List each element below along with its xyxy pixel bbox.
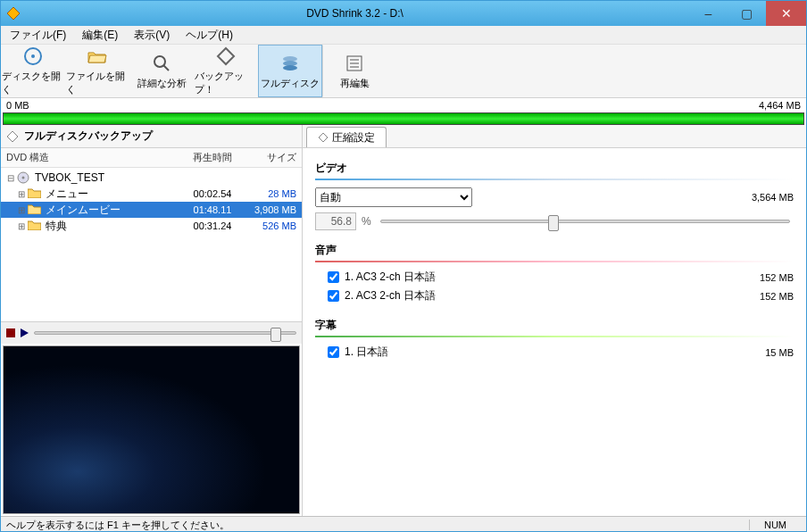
folder-icon	[28, 220, 42, 232]
tree-row-label: メインムービー	[42, 203, 180, 218]
tree-row[interactable]: ⊞メニュー00:02.5428 MB	[1, 186, 302, 202]
audio-track-checkbox[interactable]	[328, 290, 339, 302]
size-left-label: 0 MB	[6, 100, 29, 111]
toolbar: ディスクを開く ファイルを開く 詳細な分析 バックアップ！ フルディスク 再編集	[1, 45, 806, 98]
preview-controls	[1, 322, 302, 344]
magnifier-icon	[151, 53, 172, 74]
analysis-label: 詳細な分析	[137, 77, 187, 90]
reedit-button[interactable]: 再編集	[322, 45, 387, 97]
diamond-icon	[215, 46, 237, 67]
subtitle-divider	[315, 336, 794, 337]
menu-file[interactable]: ファイル(F)	[4, 26, 71, 45]
tree-row[interactable]: ⊞特典00:31.24526 MB	[1, 218, 302, 234]
audio-track-checkbox[interactable]	[328, 271, 339, 283]
audio-track-label: 1. AC3 2-ch 日本語	[345, 270, 436, 285]
video-heading: ビデオ	[315, 161, 794, 176]
open-file-button[interactable]: ファイルを開く	[65, 45, 129, 97]
open-file-label: ファイルを開く	[66, 70, 129, 96]
menu-edit[interactable]: 編集(E)	[77, 26, 123, 45]
list-icon	[344, 53, 365, 74]
audio-heading: 音声	[315, 243, 794, 258]
menu-view[interactable]: 表示(V)	[129, 26, 175, 45]
subtitle-track-checkbox[interactable]	[328, 346, 339, 358]
app-icon	[6, 6, 21, 21]
right-pane: 圧縮設定 ビデオ 自動 3,564 MB % 音声 1. AC3 2-ch 日本…	[303, 125, 806, 516]
preview-slider[interactable]	[34, 331, 296, 335]
tree-header: DVD 構造 再生時間 サイズ	[1, 148, 302, 168]
maximize-button[interactable]: ▢	[728, 1, 766, 26]
tree-row-size: 28 MB	[245, 188, 302, 199]
expand-icon[interactable]: ⊞	[15, 189, 28, 199]
tab-compression-label: 圧縮設定	[332, 130, 375, 145]
preview-pane	[1, 321, 302, 516]
analysis-button[interactable]: 詳細な分析	[129, 45, 194, 97]
full-disc-button[interactable]: フルディスク	[258, 45, 322, 97]
size-scale: 0 MB 4,464 MB	[1, 98, 806, 112]
tab-compression[interactable]: 圧縮設定	[306, 127, 387, 147]
svg-marker-13	[7, 131, 18, 142]
capacity-bar	[3, 112, 804, 125]
audio-track-label: 2. AC3 2-ch 日本語	[345, 288, 436, 303]
video-divider	[315, 179, 794, 180]
svg-point-8	[283, 65, 297, 71]
subtitle-heading: 字幕	[315, 318, 794, 333]
disc-small-icon	[17, 171, 31, 184]
disc-icon	[22, 46, 44, 67]
subtitle-track-row: 1. 日本語15 MB	[315, 343, 794, 362]
backup-button[interactable]: バックアップ！	[194, 45, 258, 97]
tree-col-structure[interactable]: DVD 構造	[1, 147, 180, 168]
tree-body[interactable]: ⊟ TVBOK_TEST ⊞メニュー00:02.5428 MB⊞メインムービー0…	[1, 168, 302, 236]
audio-track-size: 152 MB	[760, 272, 794, 283]
tree-col-time[interactable]: 再生時間	[180, 147, 245, 168]
video-mode-select[interactable]: 自動	[315, 187, 472, 207]
expand-icon[interactable]: ⊞	[15, 205, 28, 215]
compression-slider[interactable]	[380, 220, 790, 223]
folder-icon	[28, 204, 42, 216]
collapse-icon[interactable]: ⊟	[4, 173, 17, 183]
tree-row-label: メニュー	[42, 187, 180, 202]
video-size-label: 3,564 MB	[752, 192, 794, 203]
open-disc-button[interactable]: ディスクを開く	[1, 45, 65, 97]
folder-open-icon	[87, 46, 108, 67]
compression-percent-input	[315, 212, 356, 230]
minimize-button[interactable]: –	[689, 1, 728, 26]
tree-row[interactable]: ⊞メインムービー01:48.113,908 MB	[1, 202, 302, 218]
tab-row: 圧縮設定	[303, 125, 806, 148]
backup-label: バックアップ！	[195, 70, 257, 96]
svg-point-2	[31, 54, 35, 58]
stop-button[interactable]	[6, 328, 15, 337]
stack-icon	[279, 53, 301, 74]
svg-point-15	[22, 177, 25, 179]
tree-row-label: 特典	[42, 219, 180, 234]
percent-suffix: %	[362, 215, 371, 228]
subtitle-track-size: 15 MB	[765, 347, 794, 358]
audio-divider	[315, 261, 794, 262]
left-pane: フルディスクバックアップ DVD 構造 再生時間 サイズ ⊟ TVBOK_TES…	[1, 125, 303, 516]
tree-row-time: 00:31.24	[180, 220, 245, 231]
diamond-tab-icon	[318, 132, 329, 143]
open-disc-label: ディスクを開く	[2, 70, 64, 96]
reedit-label: 再編集	[340, 77, 370, 90]
tree-row-time: 01:48.11	[180, 204, 245, 215]
full-disc-label: フルディスク	[261, 77, 320, 90]
statusbar: ヘルプを表示するには F1 キーを押してください。 NUM	[1, 516, 806, 532]
play-button[interactable]	[21, 328, 29, 337]
diamond-small-icon	[6, 130, 19, 143]
expand-icon[interactable]: ⊞	[15, 221, 28, 231]
svg-marker-0	[7, 7, 20, 20]
audio-track-row: 2. AC3 2-ch 日本語152 MB	[315, 287, 794, 305]
menu-help[interactable]: ヘルプ(H)	[180, 26, 238, 45]
svg-marker-16	[319, 133, 328, 142]
tree-row-size: 3,908 MB	[245, 204, 302, 215]
tree-col-size[interactable]: サイズ	[245, 147, 302, 168]
audio-track-row: 1. AC3 2-ch 日本語152 MB	[315, 268, 794, 287]
status-num: NUM	[749, 520, 801, 530]
tree-root-label: TVBOK_TEST	[31, 171, 180, 184]
svg-line-4	[163, 65, 169, 71]
tree-row-size: 526 MB	[245, 220, 302, 231]
left-header: フルディスクバックアップ	[1, 125, 302, 148]
close-button[interactable]: ✕	[766, 1, 806, 26]
preview-image	[3, 345, 300, 514]
folder-icon	[28, 187, 42, 200]
tree-root-row[interactable]: ⊟ TVBOK_TEST	[1, 170, 302, 186]
